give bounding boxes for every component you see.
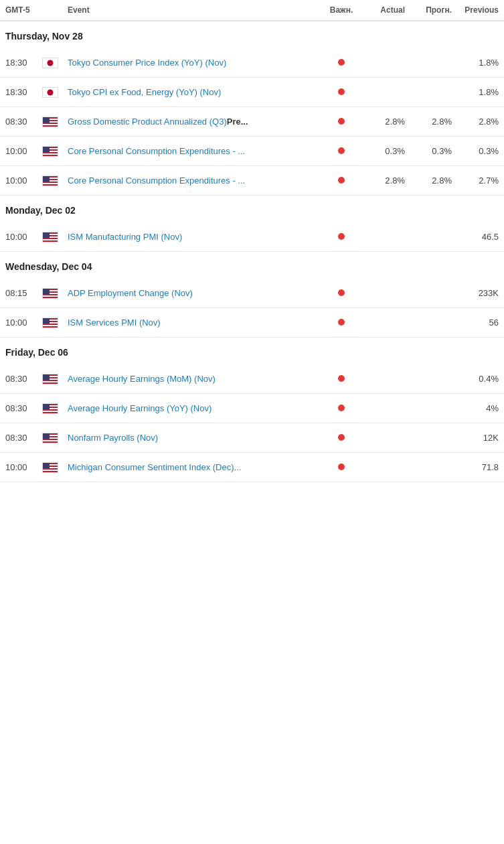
event-previous: 56 bbox=[452, 318, 499, 328]
event-name-cell[interactable]: Nonfarm Payrolls (Nov) bbox=[68, 433, 325, 443]
event-name[interactable]: ADP Employment Change (Nov) bbox=[68, 288, 193, 298]
event-flag bbox=[42, 433, 68, 443]
table-row: 10:00 ISM Services PMI (Nov) 56 bbox=[0, 308, 504, 338]
event-forecast: 2.8% bbox=[405, 117, 452, 127]
importance-dot bbox=[338, 464, 345, 470]
event-flag bbox=[42, 374, 68, 384]
event-previous: 2.7% bbox=[452, 175, 499, 186]
event-name-cell[interactable]: Tokyo Consumer Price Index (YoY) (Nov) bbox=[68, 58, 325, 68]
table-row: 08:30 Average Hourly Earnings (MoM) (Nov… bbox=[0, 364, 504, 394]
event-time: 08:30 bbox=[5, 433, 42, 443]
event-name[interactable]: Average Hourly Earnings (YoY) (Nov) bbox=[68, 403, 212, 413]
event-importance bbox=[325, 175, 358, 186]
event-previous: 1.8% bbox=[452, 87, 499, 97]
flag-us bbox=[42, 288, 58, 299]
event-time: 10:00 bbox=[5, 232, 42, 242]
event-name[interactable]: Gross Domestic Product Annualized (Q3) bbox=[68, 117, 227, 127]
table-row: 08:30 Gross Domestic Product Annualized … bbox=[0, 107, 504, 137]
event-tag: Pre... bbox=[227, 117, 248, 127]
event-flag bbox=[42, 175, 68, 186]
event-time: 10:00 bbox=[5, 318, 42, 328]
event-name[interactable]: Tokyo CPI ex Food, Energy (YoY) (Nov) bbox=[68, 87, 221, 97]
header-event: Event bbox=[68, 5, 325, 15]
importance-dot bbox=[338, 233, 345, 240]
event-previous: 71.8 bbox=[452, 462, 499, 472]
event-name-cell[interactable]: Core Personal Consumption Expenditures -… bbox=[68, 146, 325, 156]
event-previous: 0.3% bbox=[452, 146, 499, 156]
event-name[interactable]: ISM Services PMI (Nov) bbox=[68, 318, 161, 328]
event-time: 18:30 bbox=[5, 87, 42, 97]
event-name[interactable]: Tokyo Consumer Price Index (YoY) (Nov) bbox=[68, 58, 226, 68]
event-flag bbox=[42, 403, 68, 414]
importance-dot bbox=[338, 289, 345, 296]
table-row: 08:15 ADP Employment Change (Nov) 233K bbox=[0, 279, 504, 308]
event-previous: 1.8% bbox=[452, 58, 499, 68]
event-flag bbox=[42, 87, 68, 98]
table-row: 08:30 Nonfarm Payrolls (Nov) 12K bbox=[0, 423, 504, 453]
event-importance bbox=[325, 58, 358, 68]
event-time: 10:00 bbox=[5, 146, 42, 156]
event-name-cell[interactable]: Core Personal Consumption Expenditures -… bbox=[68, 175, 325, 186]
header-timezone: GMT-5 bbox=[5, 5, 42, 15]
flag-us bbox=[42, 175, 58, 186]
event-actual: 2.8% bbox=[358, 175, 405, 186]
event-time: 18:30 bbox=[5, 58, 42, 68]
event-time: 08:15 bbox=[5, 288, 42, 298]
event-name-cell[interactable]: Tokyo CPI ex Food, Energy (YoY) (Nov) bbox=[68, 87, 325, 97]
event-time: 08:30 bbox=[5, 403, 42, 413]
event-previous: 12K bbox=[452, 433, 499, 443]
event-name-cell[interactable]: ISM Services PMI (Nov) bbox=[68, 318, 325, 328]
table-row: 08:30 Average Hourly Earnings (YoY) (Nov… bbox=[0, 394, 504, 423]
flag-us bbox=[42, 374, 58, 384]
header-forecast: Прогн. bbox=[405, 5, 452, 15]
event-flag bbox=[42, 318, 68, 328]
event-importance bbox=[325, 232, 358, 242]
event-importance bbox=[325, 374, 358, 384]
importance-dot bbox=[338, 177, 345, 184]
event-name-cell[interactable]: Average Hourly Earnings (YoY) (Nov) bbox=[68, 403, 325, 413]
flag-us bbox=[42, 146, 58, 157]
event-name[interactable]: Core Personal Consumption Expenditures -… bbox=[68, 175, 245, 186]
table-row: 18:30 Tokyo CPI ex Food, Energy (YoY) (N… bbox=[0, 78, 504, 107]
event-importance bbox=[325, 433, 358, 443]
event-name[interactable]: Nonfarm Payrolls (Nov) bbox=[68, 433, 158, 443]
importance-dot bbox=[338, 88, 345, 95]
event-forecast: 2.8% bbox=[405, 175, 452, 186]
event-actual: 0.3% bbox=[358, 146, 405, 156]
event-previous: 46.5 bbox=[452, 232, 499, 242]
section-header-thursday-nov-28: Thursday, Nov 28 bbox=[0, 21, 504, 48]
event-name[interactable]: Core Personal Consumption Expenditures -… bbox=[68, 146, 245, 156]
event-name[interactable]: ISM Manufacturing PMI (Nov) bbox=[68, 232, 182, 242]
event-name-cell[interactable]: ISM Manufacturing PMI (Nov) bbox=[68, 232, 325, 242]
event-flag bbox=[42, 146, 68, 157]
event-flag bbox=[42, 117, 68, 127]
table-row: 10:00 Core Personal Consumption Expendit… bbox=[0, 166, 504, 196]
event-time: 08:30 bbox=[5, 117, 42, 127]
importance-dot bbox=[338, 118, 345, 125]
event-name-cell[interactable]: Gross Domestic Product Annualized (Q3)Pr… bbox=[68, 117, 325, 127]
event-actual: 2.8% bbox=[358, 117, 405, 127]
event-name[interactable]: Average Hourly Earnings (MoM) (Nov) bbox=[68, 374, 216, 384]
event-importance bbox=[325, 403, 358, 413]
section-header-wednesday-dec-04: Wednesday, Dec 04 bbox=[0, 252, 504, 279]
table-row: 10:00 Michigan Consumer Sentiment Index … bbox=[0, 453, 504, 482]
table-header: GMT-5 Event Важн. Actual Прогн. Previous bbox=[0, 0, 504, 21]
event-previous: 4% bbox=[452, 403, 499, 413]
event-previous: 233K bbox=[452, 288, 499, 298]
event-importance bbox=[325, 117, 358, 127]
event-importance bbox=[325, 462, 358, 472]
event-name-cell[interactable]: Average Hourly Earnings (MoM) (Nov) bbox=[68, 374, 325, 384]
event-flag bbox=[42, 232, 68, 242]
header-importance: Важн. bbox=[325, 5, 358, 15]
event-name-cell[interactable]: ADP Employment Change (Nov) bbox=[68, 288, 325, 298]
flag-us bbox=[42, 462, 58, 473]
event-forecast: 0.3% bbox=[405, 146, 452, 156]
event-name-cell[interactable]: Michigan Consumer Sentiment Index (Dec).… bbox=[68, 462, 325, 472]
header-previous: Previous bbox=[452, 5, 499, 15]
table-row: 10:00 Core Personal Consumption Expendit… bbox=[0, 137, 504, 166]
event-name[interactable]: Michigan Consumer Sentiment Index (Dec).… bbox=[68, 462, 241, 472]
importance-dot bbox=[338, 319, 345, 326]
section-header-friday-dec-06: Friday, Dec 06 bbox=[0, 338, 504, 364]
importance-dot bbox=[338, 59, 345, 66]
importance-dot bbox=[338, 375, 345, 382]
